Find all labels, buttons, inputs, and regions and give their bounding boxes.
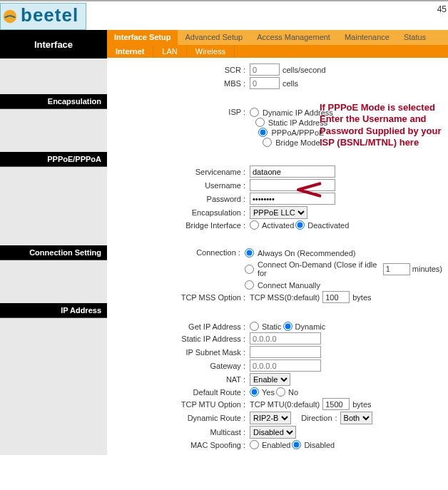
globe-icon [2,9,18,24]
isp-label: ISP [107,108,250,116]
mask-label: IP Subnet Mask [107,348,250,357]
multicast-label: Multicast [107,428,250,437]
corner-badge: 45 [437,3,448,14]
dynroute-select[interactable]: RIP2-B [250,412,291,424]
isp-dynamic-radio[interactable] [250,108,259,117]
mss-input[interactable] [322,291,350,303]
password-input[interactable] [250,193,335,205]
isp-bridge-radio[interactable] [263,138,272,147]
conn-manual-radio[interactable] [245,280,254,290]
gateway-input[interactable] [250,359,321,372]
encap-select[interactable]: PPPoE LLC [250,206,307,219]
sidebar-connection: Connection Setting [0,245,107,260]
nat-label: NAT [107,375,250,384]
getip-label: Get IP Address [107,322,250,331]
brand-logo: beetel [0,3,86,30]
getip-static-radio[interactable] [250,322,259,331]
brand-text: beetel [21,4,78,26]
servicename-label: Servicename [107,168,250,176]
scr-unit: cells/second [282,66,326,74]
isp-static-label: Static IP Address [268,118,328,127]
mss-label: TCP MSS Option [107,293,250,302]
servicename-input[interactable] [250,165,335,178]
mss-prefix: TCP MSS(0:default) [250,293,320,302]
macspoof-label: MAC Spoofing [107,441,250,449]
sidebar-encapsulation: Encapsulation [0,94,107,109]
tab-access-management[interactable]: Access Management [250,30,337,45]
isp-bridge-label: Bridge Mode [275,138,320,147]
mtu-label: TCP MTU Option [107,400,250,409]
mbs-input[interactable] [250,77,280,89]
getip-static-label: Static [262,322,282,331]
staticip-input[interactable] [250,332,321,344]
subtab-lan[interactable]: LAN [153,45,186,58]
defroute-label: Default Route [107,388,250,397]
mtu-input[interactable] [322,398,350,410]
subtab-wireless[interactable]: Wireless [187,45,235,58]
defroute-yes-label: Yes [262,388,275,397]
username-input[interactable] [250,179,335,191]
multicast-select[interactable]: Disabled [250,426,296,439]
macspoof-enabled-label: Enabled [262,441,290,449]
connection-label: Connection [107,248,245,257]
conn-ondemand-label: Connect On-Demand (Close if idle for [258,260,381,277]
sidebar-ipaddress: IP Address [0,303,107,318]
macspoof-enabled-radio[interactable] [250,440,259,449]
password-label: Password [107,195,250,203]
macspoof-disabled-label: Disabled [304,441,335,449]
sidebar-pppoe: PPPoE/PPPoA [0,152,107,167]
bridge-deactivated-label: Deactivated [307,221,349,230]
scr-input[interactable] [250,63,280,76]
bridge-activated-radio[interactable] [250,220,259,230]
idle-minutes-input[interactable] [383,263,410,275]
mtu-unit: bytes [352,400,371,409]
sub-nav: Internet LAN Wireless [107,45,448,58]
bridge-activated-label: Activated [262,221,294,230]
tab-status[interactable]: Status [397,30,433,45]
conn-ondemand-radio[interactable] [245,265,254,274]
bridge-label: Bridge Interface [107,221,250,230]
conn-always-radio[interactable] [245,248,254,257]
conn-manual-label: Connect Manually [258,281,320,290]
conn-ondemand-unit: minutes) [412,265,442,273]
username-label: Username [107,181,250,190]
staticip-label: Static IP Address [107,335,250,343]
gateway-label: Gateway [107,362,250,370]
subtab-internet[interactable]: Internet [107,45,153,58]
tab-maintenance[interactable]: Maintenance [337,30,397,45]
mbs-label: MBS [107,79,250,88]
isp-static-radio[interactable] [255,118,265,127]
scr-label: SCR [107,66,250,74]
isp-pppoe-radio[interactable] [258,128,268,137]
arrow-icon [294,180,322,199]
macspoof-disabled-radio[interactable] [292,440,301,449]
getip-dynamic-label: Dynamic [295,322,326,331]
encap-label: Encapsulation [107,208,250,217]
direction-label: Direction [301,414,332,422]
isp-pppoe-label: PPPoA/PPPoE [271,128,324,137]
defroute-no-label: No [288,388,298,397]
direction-select[interactable]: Both [340,412,372,424]
tab-interface-setup[interactable]: Interface Setup [107,30,178,45]
main-nav: Interface Setup Advanced Setup Access Ma… [107,30,448,45]
bridge-deactivated-radio[interactable] [295,220,305,230]
defroute-yes-radio[interactable] [250,387,259,397]
sidebar-title: Interface [0,30,107,58]
defroute-no-radio[interactable] [276,387,285,397]
mss-unit: bytes [352,293,371,302]
mbs-unit: cells [282,79,298,88]
mask-input[interactable] [250,346,321,358]
getip-dynamic-radio[interactable] [283,322,292,331]
tab-advanced-setup[interactable]: Advanced Setup [178,30,250,45]
conn-always-label: Always On (Recommended) [258,249,356,257]
nat-select[interactable]: Enable [250,373,290,386]
help-annotation: If PPPoE Mode is selected Enter the User… [320,102,442,148]
mtu-prefix: TCP MTU(0:default) [250,400,320,409]
dynroute-label: Dynamic Route [107,414,250,422]
